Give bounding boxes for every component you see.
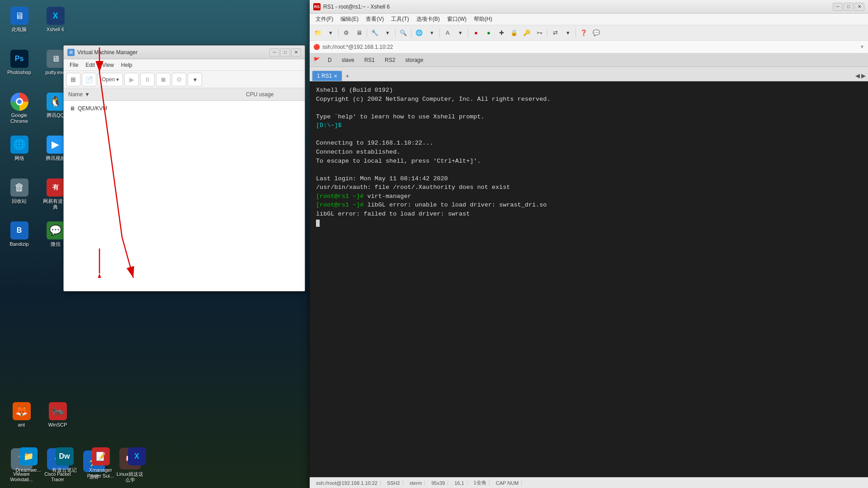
xs-btn-world-drop[interactable]: ▾ — [426, 27, 438, 39]
xs-btn-key2[interactable]: 🗝 — [533, 27, 545, 39]
xs-status-ssh2: SSH2 — [384, 480, 403, 486]
vmm-minimize-btn[interactable]: ─ — [269, 48, 279, 56]
xs-active-tab-RS1[interactable]: 1 RS1 ✕ — [312, 70, 342, 81]
xshell-menu-help[interactable]: 帮助(H) — [470, 14, 496, 24]
xs-btn-chat[interactable]: 💬 — [590, 27, 602, 39]
xs-status-cols: 95x39 — [429, 480, 448, 486]
desktop-icon-chrome[interactable]: Google Chrome — [2, 90, 36, 131]
xs-btn-lock[interactable]: 🔒 — [508, 27, 520, 39]
vmm-col-cpu: CPU usage — [246, 91, 300, 98]
xshell-title-text: RS1 - root@rs1:~ - Xshell 6 — [323, 4, 833, 10]
vmm-close-btn[interactable]: ✕ — [291, 48, 301, 56]
vmm-open-label: Open — [102, 76, 115, 83]
vmm-more-btn[interactable]: ▾ — [188, 73, 202, 86]
desktop-icon-ant[interactable]: 🐜 WinSCP — [41, 400, 75, 430]
xs-tab-next[interactable]: ▶ — [861, 72, 866, 79]
xshell-session-tabs: 🚩 D slave RS1 RS2 storage — [310, 53, 868, 67]
desktop-icon-recycle[interactable]: 🗑 回收站 — [2, 176, 36, 217]
xmanager-icon: X — [128, 447, 146, 465]
vmm-menu-edit[interactable]: Edit — [82, 61, 99, 70]
xshell-window-controls: ─ □ ✕ — [833, 3, 864, 11]
photoshop-icon: Ps — [10, 50, 28, 68]
xs-active-tab-close[interactable]: ✕ — [334, 74, 337, 79]
putty-label: putty.exe — [46, 70, 66, 75]
desktop-icon-bandizip[interactable]: B Bandizip — [2, 219, 36, 260]
xs-status-position: 16,1 — [452, 480, 467, 486]
vmm-window: ⊞ Virtual Machine Manager ─ □ ✕ File Edi… — [63, 45, 305, 291]
recycle-icon: 🗑 — [10, 178, 28, 197]
desktop-icon-youdao-note[interactable]: 📝 Xmanager Power Sui... — [84, 445, 118, 481]
xshell-maximize-btn[interactable]: □ — [844, 3, 854, 11]
vmm-menu-file[interactable]: File — [66, 61, 82, 70]
xs-sep-8 — [576, 28, 576, 38]
xshell-menu-window[interactable]: 窗口(W) — [443, 14, 470, 24]
xs-btn-terminal[interactable]: 🖥 — [353, 27, 365, 39]
xs-tab-RS1-session[interactable]: RS1 — [362, 56, 377, 64]
xs-btn-folder[interactable]: 📁 — [312, 27, 324, 39]
xs-btn-settings[interactable]: 🔧 — [369, 27, 381, 39]
xs-btn-dropdown[interactable]: ▾ — [325, 27, 336, 39]
xs-tab-storage[interactable]: storage — [403, 56, 425, 64]
term-line-5: [D:\~]$ — [316, 121, 862, 130]
xs-btn-dropdown2[interactable]: ▾ — [382, 27, 393, 39]
xs-tab-D[interactable]: D — [326, 56, 334, 64]
vmm-menu-help[interactable]: Help — [118, 61, 136, 70]
xs-tab-slave[interactable]: slave — [340, 56, 357, 64]
desktop-icon-network[interactable]: 🌐 网络 — [2, 133, 36, 174]
xs-btn-font-drop[interactable]: ▾ — [454, 27, 466, 39]
xshell-close-btn[interactable]: ✕ — [854, 3, 864, 11]
vmm-maximize-btn[interactable]: □ — [280, 48, 290, 56]
qq-icon: 🐧 — [47, 93, 65, 111]
xs-btn-green[interactable]: ● — [483, 27, 495, 39]
xs-tab-prev[interactable]: ◀ — [855, 72, 860, 79]
desktop-icon-dreamweaver[interactable]: Dw 有道云笔记 — [47, 445, 81, 475]
my-computer-icon: 🖥 — [10, 7, 28, 25]
desktop-icon-firefox[interactable]: 🦊 ant — [5, 400, 38, 430]
xshell-terminal[interactable]: Xshell 6 (Build 0192) Copyright (c) 2002… — [310, 81, 868, 477]
xs-btn-transfer[interactable]: ⇄ — [549, 27, 561, 39]
xshell-addressbar: 🔴 ssh://root:*@192.168.1.10:22 ▼ — [310, 41, 868, 53]
chrome-label: Google Chrome — [5, 113, 34, 124]
vmm-new-btn[interactable]: 📄 — [82, 73, 96, 86]
xshell-menu-tabs[interactable]: 选项卡(B) — [413, 14, 443, 24]
xs-sep-5 — [439, 28, 440, 38]
xs-add-tab-btn[interactable]: + — [342, 71, 352, 81]
desktop-icon-xshell[interactable]: X Xshell 6 — [38, 5, 72, 45]
xs-btn-world[interactable]: 🌐 — [413, 27, 425, 39]
vmm-list-item[interactable]: 🖥 QEMU/KVM — [66, 103, 302, 114]
my-computer-label: 此电脑 — [12, 27, 27, 33]
xs-btn-search[interactable]: 🔍 — [397, 27, 409, 39]
desktop-icon-photoshop[interactable]: Ps Photoshop — [2, 47, 36, 88]
winscp-label: Dreamwe... — [15, 467, 41, 473]
xs-addr-icon: 🔴 — [313, 44, 320, 50]
xshell-menu-view[interactable]: 查看(V) — [362, 14, 387, 24]
xs-btn-connect[interactable]: ⚙ — [340, 27, 352, 39]
xs-btn-transfer-drop[interactable]: ▾ — [562, 27, 574, 39]
xshell-menu-file[interactable]: 文件(F) — [312, 14, 337, 24]
xshell-menu-edit[interactable]: 编辑(E) — [337, 14, 362, 24]
vmm-icon-btn[interactable]: ⊞ — [66, 73, 80, 86]
xs-btn-font[interactable]: A — [442, 27, 453, 39]
xshell-minimize-btn[interactable]: ─ — [833, 3, 843, 11]
qq-label: 腾讯QQ — [47, 113, 64, 118]
xs-btn-cross[interactable]: ✚ — [495, 27, 507, 39]
vmm-window-controls: ─ □ ✕ — [269, 48, 301, 56]
xs-btn-help[interactable]: ❓ — [578, 27, 590, 39]
desktop-icon-my-computer[interactable]: 🖥 此电脑 — [2, 5, 36, 45]
xs-btn-key[interactable]: 🔑 — [521, 27, 533, 39]
vmm-toolbar: ⊞ 📄 Open ▾ ▶ ⏸ ⏹ ⚙ ▾ — [64, 71, 305, 88]
term-line-3 — [316, 103, 862, 113]
desktop-icon-winscp[interactable]: 📁 Dreamwe... — [11, 445, 45, 475]
xshell-menu-tools[interactable]: 工具(T) — [387, 14, 412, 24]
xs-btn-red[interactable]: ● — [470, 27, 482, 39]
xs-addr-dropdown[interactable]: ▼ — [860, 44, 864, 49]
vmm-menu-view[interactable]: View — [99, 61, 118, 70]
xs-addr-text: ssh://root:*@192.168.1.10:22 — [322, 44, 858, 50]
vmm-open-btn[interactable]: Open ▾ — [98, 73, 123, 86]
putty-icon: 🖥 — [47, 50, 65, 68]
desktop-icon-xmanager[interactable]: X — [120, 445, 154, 469]
vmm-col-name-label: Name — [68, 91, 83, 98]
youdao-icon: 有 — [47, 178, 65, 197]
vmm-col-name-arrow: ▼ — [85, 91, 90, 98]
xs-tab-RS2[interactable]: RS2 — [382, 56, 397, 64]
